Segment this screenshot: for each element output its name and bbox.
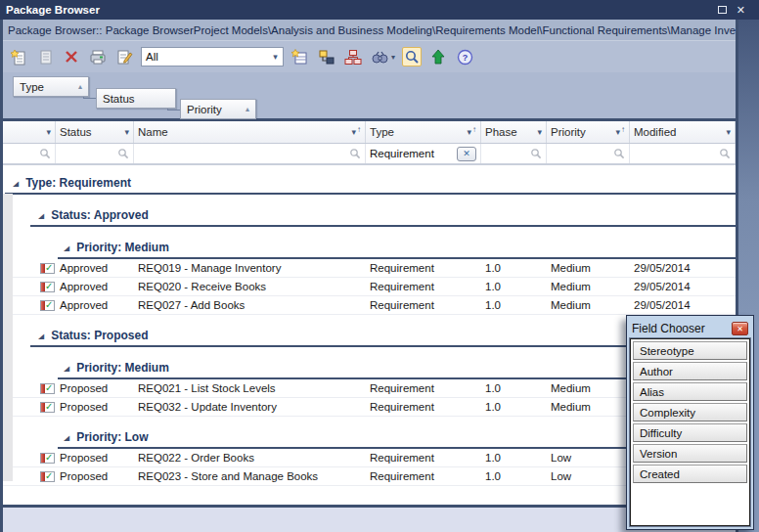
scope-filter-combo[interactable]: All ▾ [141,47,284,66]
dropdown-icon[interactable]: ▾ [124,127,129,137]
filter-status[interactable] [56,144,134,163]
table-header-row: ▾ Status▾ Name▾↑ Type▾↑ Phase▾ Priority▾… [3,121,736,144]
group-header-status-approved[interactable]: ◢ Status: Approved [30,205,736,227]
window-controls: ✕ [718,5,745,16]
column-header-type[interactable]: Type▾↑ [366,121,481,143]
help-icon[interactable]: ? [455,47,474,66]
search-dropdown-icon[interactable]: ▾ [391,53,395,62]
filter-type-value[interactable]: Requirement [370,148,457,159]
dropdown-icon[interactable]: ▾ [46,127,51,137]
filter-priority[interactable] [547,144,630,163]
collapse-icon[interactable]: ◢ [64,433,69,441]
chevron-down-icon[interactable]: ▾ [268,48,283,66]
requirement-icon: ✓ [40,453,55,464]
auto-number-icon[interactable] [317,47,336,66]
field-chooser-item-alias[interactable]: Alias [633,382,747,401]
requirement-icon: ✓ [40,402,55,413]
field-chooser-title-bar[interactable]: Field Chooser ✕ [630,319,750,338]
title-bar: Package Browser ✕ [0,0,759,20]
requirement-icon: ✓ [40,282,55,292]
sort-ascending-icon: ↑ [472,125,476,134]
column-header-name[interactable]: Name▾↑ [134,121,366,143]
group-chip-status[interactable]: Status [96,88,176,109]
dropdown-icon[interactable]: ▾ [351,127,356,137]
dropdown-icon[interactable]: ▾ [726,127,731,137]
group-chip-type[interactable]: Type ▴ [13,76,89,97]
collapse-icon[interactable]: ◢ [13,179,19,187]
group-header-type-requirement[interactable]: ◢ Type: Requirement [5,173,736,195]
new-item-icon[interactable] [9,47,28,66]
sort-ascending-icon: ↑ [621,125,625,134]
filter-modified[interactable] [630,144,736,163]
collapse-icon[interactable]: ◢ [38,332,44,339]
window-title: Package Browser [6,4,718,16]
field-chooser-list: Stereotype Author Alias Complexity Diffi… [630,338,750,526]
open-document-icon[interactable] [35,47,55,66]
collapse-icon[interactable]: ◢ [38,211,44,219]
delete-icon[interactable] [62,47,81,66]
field-chooser-title: Field Chooser [632,322,732,335]
group-indent-gutter [3,194,13,481]
dropdown-icon[interactable]: ▾ [467,127,471,137]
filter-phase[interactable] [481,144,547,163]
field-chooser-item-stereotype[interactable]: Stereotype [633,341,747,360]
column-header-modified[interactable]: Modified▾ [630,121,736,143]
field-chooser-item-version[interactable]: Version [633,444,747,463]
level-hierarchy-icon[interactable] [343,47,363,66]
close-icon[interactable]: ✕ [737,5,745,16]
filter-rowselect[interactable] [3,144,56,163]
dropdown-icon[interactable]: ▾ [537,127,542,137]
clear-filter-icon[interactable]: ✕ [457,147,476,161]
search-model-icon[interactable] [370,47,389,66]
filter-row: Requirement ✕ [3,144,736,165]
table-row[interactable]: ✓ Approved REQ019 - Manage Inventory Req… [3,259,736,278]
breadcrumb: Package Browser:: Package BrowserProject… [3,20,736,41]
group-by-band: Type ▴ Status Priority ▴ [3,72,736,121]
navigate-up-icon[interactable] [428,47,448,66]
dropdown-icon[interactable]: ▾ [615,127,620,137]
column-header-status[interactable]: Status▾ [56,121,134,143]
requirement-icon: ✓ [40,383,55,394]
maximize-icon[interactable] [718,5,727,16]
column-header-priority[interactable]: Priority▾↑ [547,121,630,143]
requirement-icon: ✓ [40,471,55,482]
requirement-icon: ✓ [40,300,55,311]
group-chip-priority[interactable]: Priority ▴ [180,99,256,119]
sort-ascending-icon: ▴ [65,82,82,91]
table-row[interactable]: ✓ Approved REQ020 - Receive Books Requir… [3,278,736,296]
filter-type[interactable]: Requirement ✕ [366,144,481,163]
column-header-phase[interactable]: Phase▾ [481,121,547,143]
scope-filter-value: All [146,51,268,63]
collapse-icon[interactable]: ◢ [64,364,69,372]
close-icon[interactable]: ✕ [732,322,748,335]
requirement-icon: ✓ [40,263,55,274]
collapse-icon[interactable]: ◢ [64,244,69,251]
column-header-rowselect[interactable]: ▾ [3,121,56,143]
field-chooser-dialog: Field Chooser ✕ Stereotype Author Alias … [626,315,754,530]
package-browser-window: Package Browser ✕ Package Browser:: Pack… [0,0,759,532]
print-icon[interactable] [88,47,108,66]
field-chooser-item-created[interactable]: Created [633,465,747,483]
insert-element-icon[interactable] [290,47,310,66]
find-toggle-icon[interactable] [402,47,422,66]
field-chooser-item-difficulty[interactable]: Difficulty [633,423,747,442]
filter-name[interactable] [134,144,366,163]
edit-notes-icon[interactable] [114,47,134,66]
toolbar: All ▾ ▾ [3,41,736,72]
field-chooser-item-complexity[interactable]: Complexity [633,403,747,421]
sort-ascending-icon: ▴ [232,105,249,113]
sort-ascending-icon: ↑ [357,125,361,134]
field-chooser-item-author[interactable]: Author [633,362,747,380]
table-row[interactable]: ✓ Approved REQ027 - Add Books Requiremen… [3,296,736,315]
group-header-priority-medium[interactable]: ◢ Priority: Medium [58,238,736,259]
svg-text:?: ? [462,53,468,63]
